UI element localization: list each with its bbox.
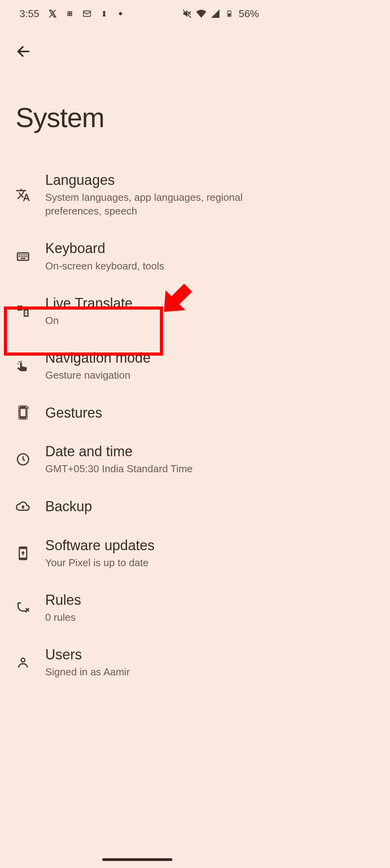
notification-dot-icon [119, 12, 122, 15]
wifi-icon [196, 8, 207, 19]
settings-item-gestures[interactable]: Gestures [0, 393, 275, 432]
svg-rect-4 [228, 13, 230, 16]
live-translate-icon [16, 304, 45, 319]
item-title: Keyboard [45, 240, 251, 257]
settings-item-navigation-mode[interactable]: Navigation mode Gesture navigation [0, 338, 275, 393]
settings-item-users[interactable]: Users Signed in as Aamir [0, 635, 275, 690]
cellular-icon [210, 8, 221, 19]
battery-icon [224, 8, 235, 19]
clock-icon [16, 452, 45, 467]
item-title: Languages [45, 172, 251, 188]
status-time: 3:55 [20, 8, 39, 20]
item-title: Navigation mode [45, 349, 251, 366]
keyhole-icon [99, 8, 110, 19]
item-title: Backup [45, 498, 251, 515]
keyboard-icon [16, 249, 45, 264]
item-subtitle: On-screen keyboard, tools [45, 259, 251, 273]
app-bar [0, 27, 275, 63]
settings-item-software-updates[interactable]: Software updates Your Pixel is up to dat… [0, 526, 275, 581]
item-subtitle: GMT+05:30 India Standard Time [45, 462, 251, 476]
gesture-nav-bar[interactable] [102, 858, 172, 861]
item-title: Users [45, 646, 251, 663]
svg-rect-3 [229, 11, 230, 11]
battery-percent: 56% [239, 8, 259, 20]
settings-item-rules[interactable]: Rules 0 rules [0, 581, 275, 635]
svg-point-13 [27, 609, 28, 610]
cloud-upload-icon [16, 499, 45, 514]
rules-icon [16, 601, 45, 615]
svg-rect-9 [20, 406, 26, 408]
settings-item-keyboard[interactable]: Keyboard On-screen keyboard, tools [0, 229, 275, 283]
settings-item-languages[interactable]: Languages System languages, app language… [0, 161, 275, 229]
item-title: Gestures [45, 404, 251, 421]
status-bar: 3:55 [0, 0, 275, 27]
item-subtitle: Signed in as Aamir [45, 665, 251, 679]
page-title: System [0, 63, 275, 161]
system-update-icon [16, 546, 45, 561]
svg-point-6 [18, 363, 19, 365]
item-title: Rules [45, 592, 251, 608]
item-title: Date and time [45, 443, 251, 460]
item-subtitle: Your Pixel is up to date [45, 556, 251, 570]
person-icon [16, 655, 45, 670]
svg-point-12 [25, 611, 27, 612]
svg-rect-10 [20, 417, 26, 419]
back-button[interactable] [12, 40, 35, 63]
item-title: Live Translate [45, 295, 251, 312]
status-bar-left: 3:55 [20, 8, 122, 20]
phone-screen: 3:55 [0, 0, 275, 868]
status-bar-right: 56% [182, 8, 259, 20]
settings-item-live-translate[interactable]: Live Translate On [0, 284, 275, 338]
arrow-left-icon [16, 44, 31, 59]
svg-point-14 [21, 658, 25, 662]
item-subtitle: 0 rules [45, 611, 251, 624]
svg-point-7 [21, 361, 22, 362]
item-subtitle: On [45, 314, 251, 328]
svg-rect-8 [20, 408, 26, 417]
x-icon [47, 8, 58, 19]
gmail-icon [82, 8, 92, 19]
phone-gesture-icon [16, 405, 45, 420]
item-title: Software updates [45, 537, 251, 554]
settings-item-date-time[interactable]: Date and time GMT+05:30 India Standard T… [0, 432, 275, 487]
pinwheel-icon [64, 8, 75, 19]
swipe-icon [16, 358, 45, 373]
settings-list: Languages System languages, app language… [0, 161, 275, 690]
settings-item-backup[interactable]: Backup [0, 487, 275, 526]
translate-icon [16, 188, 45, 202]
mute-icon [182, 8, 193, 19]
item-subtitle: Gesture navigation [45, 368, 251, 382]
item-subtitle: System languages, app languages, regiona… [45, 191, 251, 218]
